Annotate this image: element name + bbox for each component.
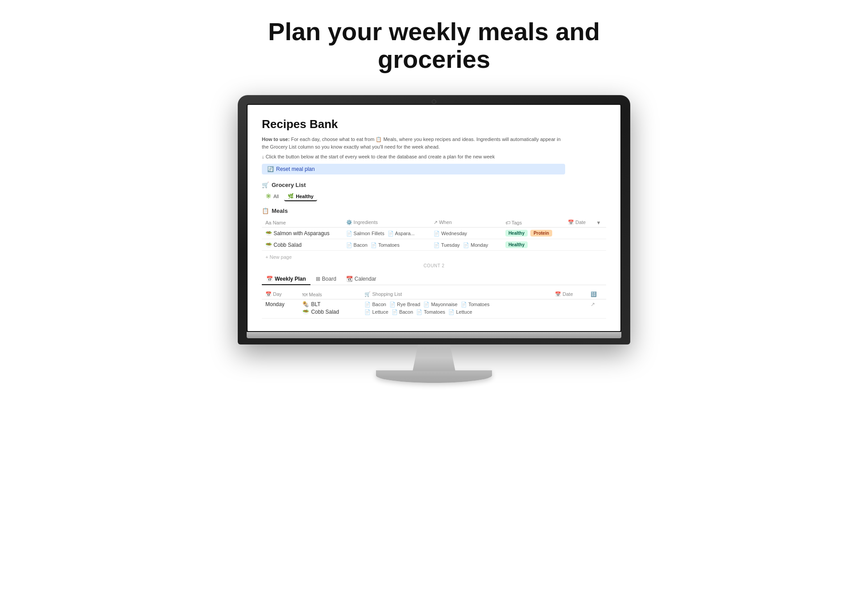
ingredient-item: 📄 Aspara... [388,231,414,236]
weekly-plan-icon: 📅 [266,276,273,282]
how-to-use-label: How to use: [262,137,289,142]
grocery-list-label: Grocery List [272,182,306,188]
cobb2-emoji: 🥗 [302,309,309,315]
shopping-row-1: 📄 Bacon 📄 Rye Bread 📄 Mayonnaise 📄 Tomat… [364,301,548,307]
tab-board[interactable]: ⊞ Board [311,274,341,285]
tag-protein: Protein [530,230,552,236]
meal-ingredients-salmon: 📄 Salmon Fillets 📄 Aspara... [343,228,430,239]
table-row[interactable]: 🥗 Salmon with Asparagus 📄 Salmon Fillets… [262,228,606,239]
screen-inner: Recipes Bank How to use: For each day, c… [248,105,620,331]
table-row[interactable]: Monday 🌯 BLT 🥗 Cobb Salad [262,299,606,319]
when-item: 📄 Wednesday [434,231,467,236]
recipes-bank-title: Recipes Bank [262,117,606,131]
monitor-wrapper: Recipes Bank How to use: For each day, c… [238,95,630,383]
calendar-label: Calendar [355,276,376,282]
weekly-col-shopping: 🛒 Shopping List [361,290,551,299]
reset-btn-label: Reset meal plan [276,166,315,172]
ingredient-item: 📄 Lettuce [364,309,388,315]
filter-all-icon: ✳️ [265,193,272,199]
filter-tabs: ✳️ All 🌿 Healthy [262,192,606,201]
weekly-col-extra: 🔢 [587,290,606,299]
ingredient-item: 📄 Tomatoes [371,242,400,248]
meal-tags-cobb: Healthy [502,239,564,251]
ingredient-item: 📄 Bacon [346,242,368,248]
calendar-icon: 📆 [346,276,353,282]
weekly-date-cell [551,299,587,319]
tag-healthy: Healthy [505,241,528,248]
filter-all-label: All [273,194,279,199]
when-icon: ↗ [434,220,439,225]
col-date-header: 📅 Date [564,218,593,228]
new-page-link[interactable]: + New page [262,253,606,261]
tag-healthy: Healthy [505,230,528,236]
col-name-header: Aa Name [262,218,343,228]
filter-healthy-label: Healthy [296,194,314,199]
weekly-table: 📅 Day 🍽 Meals 🛒 Shopping List [262,290,606,319]
meal-name-cobb: 🥗 Cobb Salad [262,239,343,251]
meals-icon: 📋 [262,207,269,214]
meal-date-salmon [564,228,593,239]
weekly-plan-label: Weekly Plan [275,276,306,282]
view-tabs: 📅 Weekly Plan ⊞ Board 📆 Calendar [262,274,606,285]
meal-item-cobb: 🥗 Cobb Salad [302,309,357,315]
meal-when-salmon: 📄 Wednesday [430,228,502,239]
monitor-stand-base [376,370,492,383]
filter-tab-all[interactable]: ✳️ All [262,192,282,201]
weekly-day-monday: Monday [262,299,299,319]
ingredient-item: 📄 Tomatoes [416,309,445,315]
monitor-bezel: Recipes Bank How to use: For each day, c… [238,95,630,344]
reset-icon: 🔄 [267,166,274,172]
table-row[interactable]: 🥗 Cobb Salad 📄 Bacon 📄 Tomatoes 📄 Tuesda… [262,239,606,251]
monitor-screen: Recipes Bank How to use: For each day, c… [247,104,621,332]
weekly-col-meals: 🍽 Meals [299,290,361,299]
ingredient-item: 📄 Bacon [392,309,413,315]
ingredient-item: 📄 Bacon [364,302,386,307]
tab-weekly-plan[interactable]: 📅 Weekly Plan [262,274,310,285]
date-icon: 📅 [568,220,575,225]
meal-tags-salmon: Healthy Protein [502,228,564,239]
meal-filter-salmon [593,228,606,239]
monitor-bottom-bar [247,332,621,338]
page-title: Plan your weekly meals and groceries [233,18,635,73]
meals-col-icon: 🍽 [302,292,309,297]
meal-name-salmon: 🥗 Salmon with Asparagus [262,228,343,239]
grocery-list-section-header: 🛒 Grocery List [262,182,606,188]
meal-item-blt: 🌯 BLT [302,301,357,307]
ingredients-icon: ⚙️ [346,220,354,225]
filter-healthy-icon: 🌿 [288,193,294,199]
meal-when-cobb: 📄 Tuesday 📄 Monday [430,239,502,251]
date-col-icon: 📅 [555,291,562,297]
blt-emoji: 🌯 [302,301,309,307]
ingredient-item: 📄 Tomatoes [461,302,490,307]
filter-tab-healthy[interactable]: 🌿 Healthy [284,192,317,201]
how-to-use-text: How to use: For each day, choose what to… [262,136,565,150]
meal-ingredients-cobb: 📄 Bacon 📄 Tomatoes [343,239,430,251]
ingredient-item: 📄 Salmon Fillets [346,231,384,236]
col-tags-header: 🏷 Tags [502,218,564,228]
weekly-shopping-cell: 📄 Bacon 📄 Rye Bread 📄 Mayonnaise 📄 Tomat… [361,299,551,319]
tab-calendar[interactable]: 📆 Calendar [342,274,381,285]
meals-section-header: 📋 Meals [262,207,606,214]
ingredient-item: 📄 Lettuce [448,309,472,315]
meal-filter-cobb [593,239,606,251]
board-label: Board [322,276,336,282]
meals-label: Meals [272,207,288,214]
shopping-row-2: 📄 Lettuce 📄 Bacon 📄 Tomatoes 📄 Lettuce [364,309,548,315]
board-icon: ⊞ [316,276,320,282]
salmon-emoji: 🥗 [265,230,273,236]
col-when-header: ↗ When [430,218,502,228]
ingredient-item: 📄 Rye Bread [389,302,420,307]
reset-meal-plan-button[interactable]: 🔄 Reset meal plan [262,164,565,174]
weekly-extra-cell: ↗ [587,299,606,319]
monitor-stand-neck [407,344,461,371]
meals-table: Aa Name ⚙️ Ingredients ↗ When [262,218,606,251]
count-text: COUNT 2 [262,261,606,274]
tags-icon: 🏷 [505,220,512,225]
name-icon: Aa [265,220,273,225]
day-icon: 📅 [265,291,273,297]
col-ingredients-header: ⚙️ Ingredients [343,218,430,228]
grocery-list-icon: 🛒 [262,182,269,188]
click-hint: ↓ Click the button below at the start of… [262,154,606,159]
weekly-meals-cell: 🌯 BLT 🥗 Cobb Salad [299,299,361,319]
cobb-emoji: 🥗 [265,242,273,248]
